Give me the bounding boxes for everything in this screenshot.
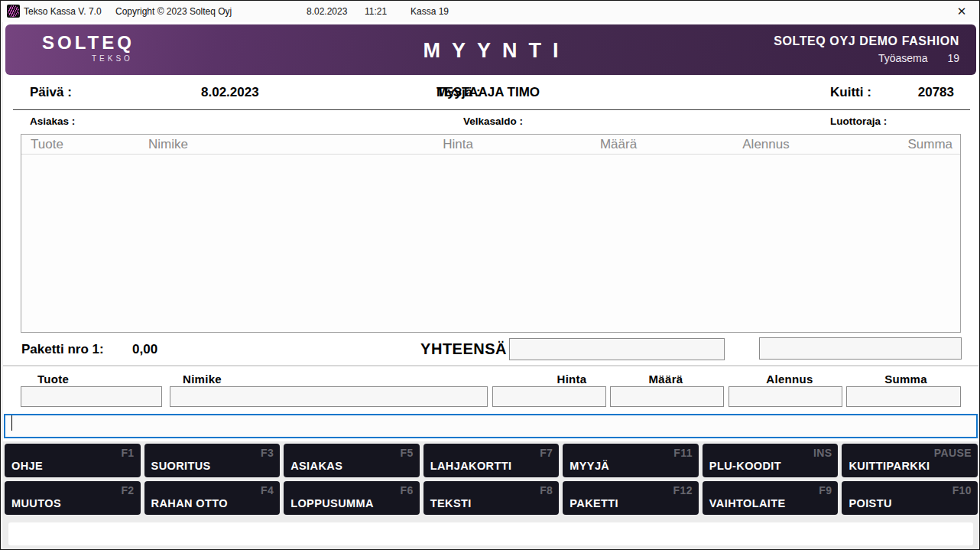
rahan-otto-button[interactable]: F4 RAHAN OTTO (144, 481, 281, 515)
column-header-tuote: Tuote (31, 137, 63, 152)
solteq-app-icon (7, 5, 20, 18)
loppusumma-button[interactable]: F6 LOPPUSUMMA (284, 481, 420, 515)
summa-input[interactable] (846, 386, 961, 407)
fkey-label: F4 (261, 484, 274, 496)
column-header-summa: Summa (907, 137, 952, 152)
fkey-label: PAUSE (934, 447, 972, 459)
entry-label-maara: Määrä (649, 373, 683, 386)
column-header-alennus: Alennus (742, 137, 789, 152)
titlebar-time: 11:21 (365, 6, 387, 17)
fkey-label: F8 (540, 484, 553, 496)
maara-input[interactable] (610, 386, 724, 407)
paketti-button[interactable]: F12 PAKETTI (563, 481, 699, 515)
asiakas-button[interactable]: F5 ASIAKAS (284, 444, 420, 477)
entry-label-summa: Summa (884, 373, 927, 386)
entry-label-alennus: Alennus (766, 373, 813, 386)
fkey-label: F7 (540, 447, 553, 459)
titlebar-register: Kassa 19 (410, 6, 449, 17)
date-label: Päivä : (30, 85, 72, 100)
status-bar (8, 522, 973, 545)
entry-label-tuote: Tuote (37, 373, 69, 386)
workstation-label: Työasema (878, 52, 928, 64)
customer-row: Asiakas : Velkasaldo : Luottoraja : (1, 116, 980, 129)
command-input[interactable] (4, 414, 978, 438)
column-header-nimike: Nimike (148, 137, 188, 152)
poistu-button[interactable]: F10 POISTU (842, 481, 978, 515)
items-table: Tuote Nimike Hinta Määrä Alennus Summa (21, 134, 961, 333)
fkey-label: F10 (952, 484, 972, 496)
seller-value: TESTAAJA TIMO (436, 85, 540, 100)
package-number-label: Paketti nro 1: (21, 342, 104, 357)
package-total-value: 0,00 (132, 342, 157, 357)
table-header: Tuote Nimike Hinta Määrä Alennus Summa (21, 135, 960, 155)
debt-balance-label: Velkasaldo : (463, 116, 523, 127)
separator-line (13, 109, 970, 110)
tuote-input[interactable] (21, 386, 162, 407)
titlebar: Tekso Kassa V. 7.0 Copyright © 2023 Solt… (1, 1, 979, 22)
receipt-number: 20783 (899, 85, 954, 100)
workstation-info: Työasema 19 (774, 52, 959, 64)
total-display-field (509, 338, 725, 360)
yhteensa-label: YHTEENSÄ (414, 340, 507, 358)
fkey-label: F11 (673, 447, 693, 459)
fkey-label: F5 (401, 447, 414, 459)
alennus-input[interactable] (729, 386, 842, 407)
text-caret (11, 415, 12, 431)
entry-labels-row: Tuote Nimike Hinta Määrä Alennus Summa (1, 373, 980, 385)
suoritus-button[interactable]: F3 SUORITUS (144, 444, 281, 477)
copyright-text: Copyright © 2023 Solteq Oyj (115, 6, 232, 17)
table-body-empty (21, 155, 960, 332)
workstation-number: 19 (947, 52, 959, 64)
app-window: Tekso Kassa V. 7.0 Copyright © 2023 Solt… (0, 0, 980, 550)
hinta-input[interactable] (492, 386, 606, 407)
fkey-label: F1 (121, 447, 134, 459)
date-value: 8.02.2023 (201, 85, 259, 100)
myyja-button[interactable]: F11 MYYJÄ (563, 444, 699, 477)
nimike-input[interactable] (170, 386, 488, 407)
kuittiparkki-button[interactable]: PAUSE KUITTIPARKKI (842, 444, 978, 477)
column-header-hinta: Hinta (443, 137, 473, 152)
fkey-label: F6 (401, 484, 414, 496)
fkey-label: F2 (121, 484, 134, 496)
teksti-button[interactable]: F8 TEKSTI (423, 481, 560, 515)
gray-separator (3, 365, 978, 366)
plu-koodit-button[interactable]: INS PLU-KOODIT (703, 444, 839, 477)
ohje-button[interactable]: F1 OHJE (5, 444, 141, 477)
sales-header: SOLTEQ TEKSO MYYNTI SOLTEQ OYJ DEMO FASH… (5, 24, 976, 75)
info-row: Päivä : 8.02.2023 Myyjä : TESTAAJA TIMO … (1, 85, 980, 103)
secondary-display-field (759, 337, 962, 360)
lahjakortti-button[interactable]: F7 LAHJAKORTTI (423, 444, 560, 477)
store-name: SOLTEQ OYJ DEMO FASHION (774, 34, 959, 48)
receipt-label: Kuitti : (830, 85, 871, 100)
close-icon[interactable]: ✕ (952, 3, 972, 20)
titlebar-date: 8.02.2023 (307, 6, 347, 17)
function-button-grid: F1 OHJE F3 SUORITUS F5 ASIAKAS F7 LAHJAK… (5, 444, 978, 515)
customer-label: Asiakas : (30, 116, 75, 127)
app-title: Tekso Kassa V. 7.0 (24, 6, 102, 17)
column-header-maara: Määrä (600, 137, 637, 152)
fkey-label: INS (813, 447, 832, 459)
store-block: SOLTEQ OYJ DEMO FASHION Työasema 19 (774, 34, 959, 64)
fkey-label: F9 (819, 484, 832, 496)
credit-limit-label: Luottoraja : (830, 116, 887, 127)
entry-label-hinta: Hinta (557, 373, 587, 386)
vaihtolaite-button[interactable]: F9 VAIHTOLAITE (703, 481, 839, 515)
fkey-label: F3 (261, 447, 274, 459)
muutos-button[interactable]: F2 MUUTOS (5, 481, 141, 515)
fkey-label: F12 (673, 484, 693, 496)
entry-label-nimike: Nimike (183, 373, 222, 386)
